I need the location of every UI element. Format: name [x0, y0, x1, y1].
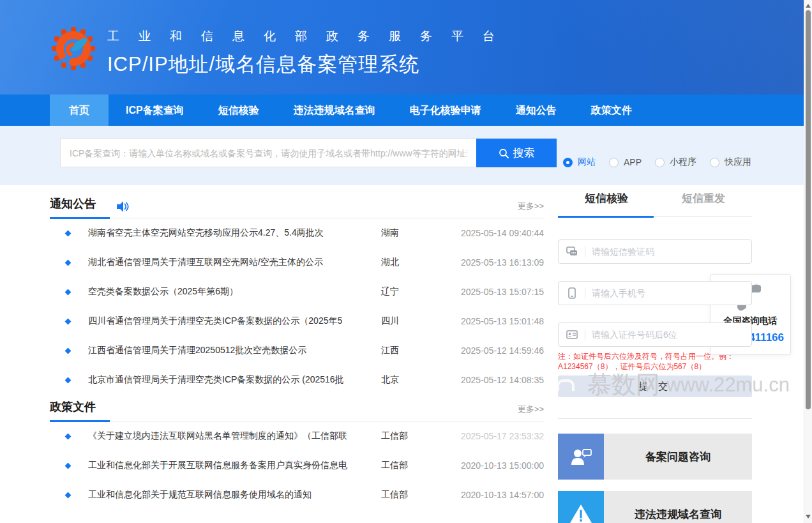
policy-source: 工信部	[381, 430, 448, 442]
notice-row: 江西省通信管理局关于清理20250512批次空壳数据公示 江西 2025-05-…	[50, 336, 544, 365]
notice-link[interactable]: 四川省通信管理局关于清理空壳类ICP备案数据的公示（2025年5	[88, 315, 381, 327]
system-title: ICP/IP地址/域名信息备案管理系统	[107, 51, 514, 78]
scrollbar-down-arrow-icon[interactable]	[806, 515, 811, 519]
notice-province: 湖北	[381, 257, 448, 268]
search-band: 搜索 网站 APP 小程序 快应用	[0, 126, 804, 185]
search-icon	[499, 148, 509, 158]
policy-row: 工业和信息化部关于规范互联网信息服务使用域名的通知 工信部 2020-10-13…	[50, 480, 544, 510]
scrollbar-up-arrow-icon[interactable]	[806, 4, 811, 8]
sms-tabs: 短信核验 短信重发	[558, 185, 752, 217]
radio-miniprogram-label: 小程序	[670, 156, 696, 168]
radio-dot-icon	[609, 158, 619, 167]
notices-more-link[interactable]: 更多>>	[518, 201, 544, 212]
phone-field[interactable]	[558, 281, 752, 305]
radio-miniprogram[interactable]: 小程序	[655, 156, 696, 168]
id-number-field[interactable]	[558, 322, 752, 347]
policy-row: 工业和信息化部关于开展互联网信息服务备案用户真实身份信息电 工信部 2020-1…	[50, 451, 544, 480]
nav-item-illegal-domain-query[interactable]: 违法违规域名查询	[276, 95, 393, 126]
radio-quickapp[interactable]: 快应用	[710, 156, 751, 168]
filing-consult-label: 备案问题咨询	[604, 434, 752, 480]
diamond-bullet-icon	[65, 462, 71, 469]
notices-section-header: 通知公告 更多>>	[50, 185, 544, 218]
notice-date: 2025-05-13 15:07:15	[448, 287, 544, 297]
nav-item-notices[interactable]: 通知公告	[499, 95, 574, 126]
notice-date: 2025-05-12 14:08:35	[448, 375, 544, 385]
diamond-bullet-icon	[65, 318, 71, 324]
notice-date: 2025-05-12 14:59:46	[448, 345, 544, 356]
tab-sms-resend[interactable]: 短信重发	[655, 185, 752, 216]
main-nav: 首页 ICP备案查询 短信核验 违法违规域名查询 电子化核验申请 通知公告 政策…	[0, 95, 804, 126]
policies-section-header: 政策文件 更多>>	[50, 395, 544, 421]
field-divider	[585, 329, 585, 340]
illegal-domain-query-label: 违法违规域名查询	[604, 491, 752, 523]
policies-more-link[interactable]: 更多>>	[518, 404, 544, 415]
policy-link[interactable]: 工业和信息化部关于开展互联网信息服务备案用户真实身份信息电	[88, 460, 381, 471]
id-card-icon	[566, 330, 578, 339]
notice-row: 湖南省空壳主体空壳网站空壳移动应用公示4.27、5.4两批次 湖南 2025-0…	[50, 218, 544, 248]
tab-sms-verify[interactable]: 短信核验	[558, 185, 655, 216]
radio-dot-icon	[655, 158, 665, 167]
diamond-bullet-icon	[65, 492, 71, 498]
notices-title: 通知公告	[50, 196, 110, 219]
radio-website-label: 网站	[578, 156, 596, 168]
notice-province: 辽宁	[381, 286, 448, 298]
radio-quickapp-label: 快应用	[725, 156, 751, 168]
nav-item-policies[interactable]: 政策文件	[574, 95, 649, 126]
diamond-bullet-icon	[65, 433, 71, 439]
nav-item-sms-verify[interactable]: 短信核验	[201, 95, 276, 126]
warning-icon	[569, 504, 592, 523]
notice-date: 2025-05-14 09:40:44	[448, 228, 544, 238]
main-content: 通知公告 更多>> 湖南省空壳主体空壳网站空壳移动应用公示4.27、5.4两批次…	[50, 185, 544, 510]
notice-link[interactable]: 空壳类备案数据公示（2025年第6期）	[88, 286, 381, 298]
policy-link[interactable]: 工业和信息化部关于规范互联网信息服务使用域名的通知	[88, 489, 381, 501]
sms-code-input[interactable]	[592, 246, 751, 257]
search-button[interactable]: 搜索	[476, 139, 557, 167]
notice-link[interactable]: 江西省通信管理局关于清理20250512批次空壳数据公示	[88, 345, 381, 356]
phone-icon	[568, 287, 576, 299]
radio-app[interactable]: APP	[609, 157, 642, 167]
notice-province: 江西	[381, 345, 448, 356]
active-tab-underline	[558, 216, 654, 218]
radio-dot-icon	[563, 158, 573, 167]
notice-province: 湖南	[381, 227, 448, 239]
radio-website[interactable]: 网站	[563, 156, 596, 168]
phone-input[interactable]	[592, 288, 751, 298]
panel-divider	[558, 418, 752, 419]
notice-link[interactable]: 湖北省通信管理局关于清理互联网空壳网站/空壳主体的公示	[88, 257, 381, 268]
page: 工业和信息化部政务服务平台 ICP/IP地址/域名信息备案管理系统 首页 ICP…	[0, 0, 812, 523]
sms-code-icon	[566, 246, 578, 257]
icp-search-input[interactable]	[60, 139, 476, 167]
nav-item-home[interactable]: 首页	[50, 95, 109, 126]
policies-title: 政策文件	[50, 399, 110, 422]
notice-row: 北京市通信管理局关于清理空壳类ICP备案数据的公示 (202516批 北京 20…	[50, 365, 544, 395]
policy-date: 2020-10-13 14:57:00	[448, 490, 544, 500]
illegal-domain-query-button[interactable]: 违法违规域名查询	[558, 491, 752, 523]
policy-link[interactable]: 《关于建立境内违法互联网站黑名单管理制度的通知》（工信部联	[88, 430, 381, 442]
notice-link[interactable]: 湖南省空壳主体空壳网站空壳移动应用公示4.27、5.4两批次	[88, 227, 381, 239]
site-header: 工业和信息化部政务服务平台 ICP/IP地址/域名信息备案管理系统	[0, 0, 804, 95]
vertical-scrollbar	[804, 0, 812, 523]
field-divider	[585, 287, 585, 299]
nav-item-e-verify-apply[interactable]: 电子化核验申请	[393, 95, 499, 126]
notice-date: 2025-05-13 16:13:09	[448, 257, 544, 268]
notice-date: 2025-05-13 15:01:48	[448, 316, 544, 326]
scrollbar-thumb[interactable]	[806, 10, 811, 409]
radio-dot-icon	[710, 158, 719, 167]
policy-source: 工信部	[381, 489, 448, 501]
notice-link[interactable]: 北京市通信管理局关于清理空壳类ICP备案数据的公示 (202516批	[88, 374, 381, 386]
policy-source: 工信部	[381, 460, 448, 471]
diamond-bullet-icon	[65, 289, 71, 295]
radio-app-label: APP	[624, 157, 642, 167]
diamond-bullet-icon	[65, 377, 71, 383]
notice-row: 湖北省通信管理局关于清理互联网空壳网站/空壳主体的公示 湖北 2025-05-1…	[50, 248, 544, 277]
policy-date: 2020-10-13 15:00:00	[448, 460, 544, 471]
id-number-input[interactable]	[592, 330, 751, 340]
field-divider	[585, 246, 585, 257]
nav-item-icp-query[interactable]: ICP备案查询	[109, 95, 201, 126]
policy-row: 《关于建立境内违法互联网站黑名单管理制度的通知》（工信部联 工信部 2025-0…	[50, 421, 544, 451]
submit-button[interactable]: 提 交	[558, 375, 752, 397]
sms-code-field[interactable]	[558, 239, 752, 264]
filing-consult-button[interactable]: 备案问题咨询	[558, 434, 752, 480]
speaker-icon	[117, 201, 129, 212]
policy-date: 2025-05-17 23:53:32	[448, 431, 544, 441]
